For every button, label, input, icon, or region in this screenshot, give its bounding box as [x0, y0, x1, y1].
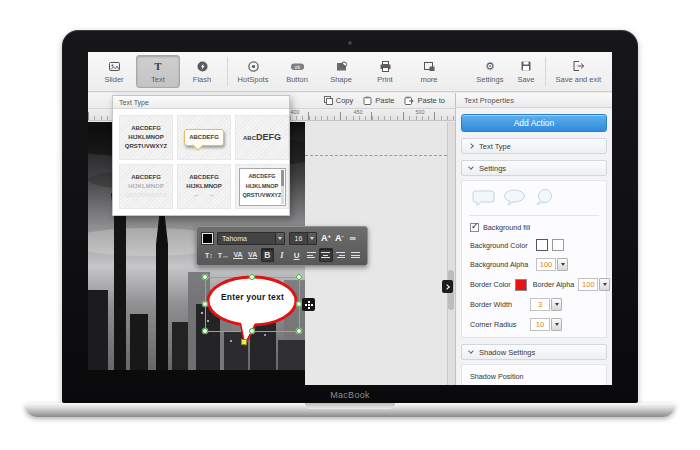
toolbar-item-label: Button [286, 75, 308, 84]
selection-handle-s[interactable] [249, 328, 255, 334]
toolbar-item-button[interactable]: ok Button [275, 55, 319, 88]
toolbar-item-text[interactable]: T Text [136, 55, 180, 88]
selection-handle-ne[interactable] [296, 274, 302, 280]
font-size-select[interactable]: 16 [289, 232, 317, 245]
horizontal-scale-button[interactable]: T↔ [217, 248, 231, 262]
add-action-button[interactable]: Add Action [461, 114, 607, 132]
selection-handle-se[interactable] [296, 328, 302, 334]
ruler-number: 450 [353, 109, 362, 114]
shadow-position-row: Shadow Position [470, 372, 598, 381]
border-color-alpha-row: Border Color Border Alpha 100 [470, 278, 598, 291]
paste-button[interactable]: Paste [363, 96, 394, 105]
align-justify-button[interactable] [348, 248, 362, 262]
bubble-tail-handle[interactable] [241, 339, 247, 345]
bold-button[interactable]: B [261, 248, 275, 262]
section-shadow-settings[interactable]: Shadow Settings [461, 344, 607, 360]
toolbar-item-flash[interactable]: Flash [180, 55, 224, 88]
speech-bubble-shape[interactable] [200, 272, 310, 350]
text-style-marquee-tile[interactable]: ABCDEFG HIJKLMNOP ←→ [177, 164, 231, 209]
exit-icon [572, 60, 585, 73]
underline-button[interactable]: U [290, 248, 304, 262]
align-center-button[interactable] [319, 248, 333, 262]
bubble-style-round-icon[interactable] [534, 189, 555, 206]
text-style-bubble-tile[interactable]: ABCDEFG [177, 115, 231, 160]
macbook-base-notch [305, 403, 395, 409]
corner-radius-row: Corner Radius 10 [470, 318, 598, 331]
text-icon: T [154, 60, 161, 73]
panel-collapse-arrow[interactable] [442, 280, 453, 293]
selection-handle-n[interactable] [249, 274, 255, 280]
toolbar-item-label: Text [151, 75, 165, 84]
dropdown-arrow-icon[interactable] [557, 258, 568, 271]
text-style-plain-tile[interactable]: ABCDEFG HIJKLMNOP QRSTUVWXYZ [119, 115, 173, 160]
properties-panel-title: Text Properties [456, 93, 612, 108]
text-style-fade-tile[interactable]: ABCDEFG HIJKLMNOP QRSTUVWXYZ [119, 164, 173, 209]
border-width-dropdown[interactable]: 3 [530, 298, 562, 311]
decrease-font-button[interactable]: A- [335, 234, 344, 243]
bubble-text[interactable]: Enter your text [210, 292, 295, 302]
more-icon [423, 60, 436, 73]
text-style-scroll-tile[interactable]: ABCDEFG HIJKLMNOP QRSTUVWXYZ [235, 164, 289, 209]
paste-to-icon [404, 96, 414, 105]
corner-radius-dropdown[interactable]: 10 [530, 318, 562, 331]
settings-button[interactable]: ⚙ Settings [469, 55, 510, 88]
vertical-scale-button[interactable]: T↕ [202, 248, 216, 262]
copy-button[interactable]: Copy [324, 96, 354, 105]
align-right-icon [336, 252, 345, 258]
toolbar-item-more[interactable]: more [407, 55, 451, 88]
background-color-swatch-1[interactable] [536, 239, 548, 251]
ruler-number: 500 [415, 109, 424, 114]
divider [469, 215, 599, 216]
chevron-down-icon [468, 348, 474, 354]
bubble-style-rounded-icon[interactable] [472, 189, 495, 206]
section-label: Text Type [479, 142, 511, 151]
background-alpha-value: 100 [536, 258, 556, 271]
selection-handle-nw[interactable] [202, 274, 208, 280]
save-and-exit-button[interactable]: Save and exit [549, 55, 608, 88]
text-style-grow-tile[interactable]: ABCDEFG [235, 115, 289, 160]
selection-handle-sw[interactable] [202, 328, 208, 334]
background-fill-row: Background fill [470, 223, 598, 232]
save-button[interactable]: Save [510, 55, 541, 88]
bubble-style-row [462, 181, 606, 208]
border-color-swatch[interactable] [515, 279, 527, 291]
align-right-button[interactable] [334, 248, 348, 262]
move-handle[interactable] [302, 298, 315, 311]
bubble-style-oval-icon[interactable] [503, 189, 526, 206]
section-label: Settings [479, 164, 506, 173]
toolbar-item-label: Shape [330, 75, 352, 84]
toolbar-item-slider[interactable]: Slider [92, 55, 136, 88]
border-alpha-dropdown[interactable]: 100 [578, 278, 610, 291]
svg-text:ok: ok [294, 63, 300, 69]
toolbar-item-print[interactable]: Print [363, 55, 407, 88]
align-center-icon [321, 252, 330, 258]
link-icon[interactable]: ∞ [350, 234, 356, 243]
paste-to-button[interactable]: Paste to [404, 96, 445, 105]
dropdown-arrow-icon[interactable] [551, 298, 562, 311]
increase-font-button[interactable]: A+ [321, 234, 331, 243]
italic-button[interactable]: I [275, 248, 289, 262]
font-color-swatch[interactable] [202, 233, 213, 244]
background-alpha-dropdown[interactable]: 100 [536, 258, 568, 271]
toolbar-item-hotspots[interactable]: HotSpots [231, 55, 275, 88]
letter-spacing-increase-button[interactable]: VA [246, 248, 260, 262]
border-alpha-label: Border Alpha [533, 280, 575, 289]
dropdown-arrow-icon[interactable] [551, 318, 562, 331]
canvas-scrollbar-track[interactable] [447, 122, 455, 385]
section-text-type[interactable]: Text Type [461, 138, 607, 154]
toolbar-item-shape[interactable]: Shape [319, 55, 363, 88]
align-left-button[interactable] [304, 248, 318, 262]
border-alpha-value: 100 [578, 278, 598, 291]
mini-speech-bubble: ABCDEFG [184, 129, 224, 146]
dropdown-arrow-icon[interactable] [599, 278, 610, 291]
font-family-select[interactable]: Tahoma [217, 232, 285, 245]
section-settings[interactable]: Settings [461, 160, 607, 176]
screen: Slider T Text Flash HotSpots [88, 52, 612, 385]
letter-spacing-decrease-button[interactable]: VA [231, 248, 245, 262]
macbook-base [25, 403, 675, 417]
selection-handle-w[interactable] [202, 301, 208, 307]
background-fill-checkbox[interactable] [470, 223, 479, 232]
font-size-value: 16 [290, 233, 307, 244]
save-label: Save [517, 75, 534, 84]
background-color-swatch-2[interactable] [552, 239, 564, 251]
